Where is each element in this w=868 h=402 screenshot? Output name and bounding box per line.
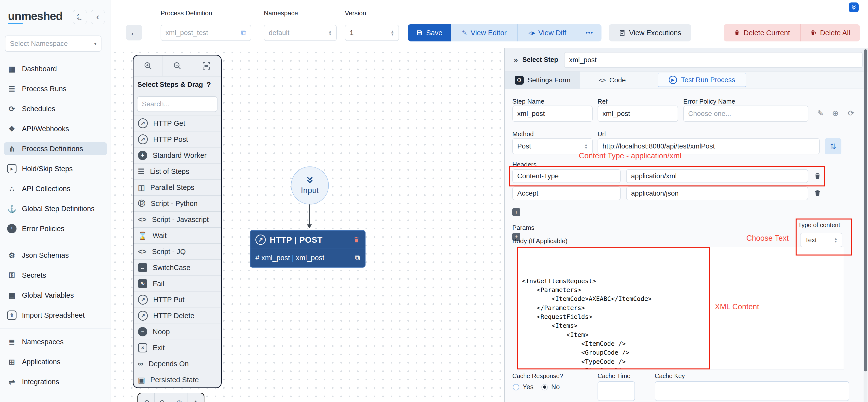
palette-step-label: HTTP Get	[153, 119, 185, 127]
palette-step-label: Script - Python	[151, 200, 197, 208]
http-post-node[interactable]: ↗ HTTP | POST # xml_post | xml_post ⧉	[250, 230, 366, 267]
sidebar-item[interactable]: ☰ Process Runs	[4, 82, 107, 95]
view-editor-button[interactable]: ✎ View Editor	[451, 24, 517, 41]
help-icon[interactable]: ?	[207, 80, 211, 89]
input-node[interactable]: Input	[291, 167, 329, 204]
version-stepper-icon[interactable]: ▲▼	[391, 30, 394, 36]
sidebar-item[interactable]: ⚙ Json Schemas	[4, 249, 107, 262]
process-definition-input[interactable]: xml_post_test ⧉	[161, 25, 251, 41]
palette-step-item[interactable]: − Noop	[133, 324, 221, 340]
params-label: Params	[512, 224, 534, 232]
delete-header-icon[interactable]	[813, 172, 822, 180]
fit-view-button[interactable]	[192, 56, 221, 76]
sidebar-item[interactable]: ⊞ Applications	[4, 355, 107, 369]
palette-step-item[interactable]: ↗ HTTP Delete	[133, 308, 221, 324]
sidebar-item[interactable]: ⇌ Integrations	[4, 375, 107, 389]
sidebar-item[interactable]: ⚿ Secrets	[4, 268, 107, 282]
palette-step-item[interactable]: ⓟ Script - Python	[133, 196, 221, 211]
save-button[interactable]: Save	[408, 24, 451, 41]
canvas-tool-button[interactable]: ◷	[171, 393, 188, 402]
cache-yes-radio[interactable]	[513, 384, 519, 391]
play-icon: ▶	[669, 76, 677, 84]
step-name-input[interactable]: xml_post	[512, 106, 593, 122]
sidebar-item[interactable]: ∴ API Collections	[4, 182, 107, 195]
version-input[interactable]: 1 ▲▼	[345, 25, 399, 41]
sidebar-item-label: Global Variables	[22, 291, 74, 299]
sidebar-item[interactable]: ⇧ Import Spreadsheet	[4, 309, 107, 322]
zoom-in-button[interactable]	[133, 56, 163, 76]
add-header-button[interactable]: +	[512, 208, 520, 216]
error-policy-select[interactable]: Choose one...	[683, 106, 808, 122]
palette-step-item[interactable]: <> Script - Javascript	[133, 211, 221, 228]
palette-step-item[interactable]: ▣ Persisted State	[133, 372, 221, 388]
canvas-tool-button[interactable]: ↷	[155, 393, 171, 402]
copy-icon[interactable]: ⧉	[241, 29, 246, 37]
ref-input[interactable]: xml_post	[597, 106, 678, 122]
dark-mode-toggle[interactable]: ☾	[73, 10, 87, 24]
tab-code[interactable]: <> Code	[580, 71, 644, 89]
tab-settings-form[interactable]: ⚙ Settings Form	[505, 71, 580, 89]
cache-key-input[interactable]	[655, 381, 849, 401]
palette-step-item[interactable]: ☰ List of Steps	[133, 164, 221, 179]
sidebar-item[interactable]: ≣ Namespaces	[4, 335, 107, 348]
palette-step-item[interactable]: ⌛ Wait	[133, 228, 221, 244]
edit-pencil-icon[interactable]: ✎	[817, 109, 824, 118]
header-key-input[interactable]: Accept	[512, 186, 621, 200]
cache-no-radio[interactable]	[541, 384, 548, 391]
canvas-tool-button[interactable]: ↶	[138, 393, 155, 402]
sidebar-item[interactable]: ⋔ Process Definitions	[4, 142, 107, 155]
palette-search-input[interactable]: Search...	[137, 96, 217, 112]
node-copy-icon[interactable]: ⧉	[355, 254, 360, 262]
palette-step-item[interactable]: ↗ HTTP Get	[133, 115, 221, 132]
header-value-input[interactable]: application/xml	[626, 169, 808, 183]
header-value-input[interactable]: application/json	[626, 186, 808, 200]
palette-step-item[interactable]: ∞ Depends On	[133, 356, 221, 372]
node-delete-icon[interactable]	[353, 236, 360, 243]
namespace-select[interactable]: Select Namespace ▾	[5, 35, 101, 52]
view-executions-button[interactable]: View Executions	[609, 24, 691, 41]
double-chevron-right-icon[interactable]: »	[514, 56, 518, 64]
type-of-content-select[interactable]: Text ▲▼	[800, 233, 842, 247]
palette-step-item[interactable]: ↔ SwitchCase	[133, 260, 221, 276]
scrollbar-thumb[interactable]	[864, 49, 867, 371]
palette-step-item[interactable]: × Exit	[133, 340, 221, 356]
reorder-button[interactable]: ⇅	[825, 138, 841, 154]
palette-step-item[interactable]: <> Script - JQ	[133, 244, 221, 260]
sidebar-item[interactable]: ! Error Policies	[4, 222, 107, 235]
palette-step-item[interactable]: ∿ Fail	[133, 276, 221, 292]
sidebar-item[interactable]: ⟳ Schedules	[4, 102, 107, 115]
cache-time-input[interactable]	[597, 381, 635, 401]
zoom-out-button[interactable]	[163, 56, 192, 76]
refresh-icon[interactable]: ⟳	[848, 109, 855, 118]
canvas-tool-button[interactable]: ⌖	[187, 393, 204, 402]
sidebar-collapse-button[interactable]: ‹	[91, 10, 105, 24]
sidebar-item[interactable]: ⚓ Global Step Definitions	[4, 202, 107, 215]
palette-step-icon: ∿	[138, 279, 147, 288]
delete-header-icon[interactable]	[813, 190, 822, 197]
back-button[interactable]: ←	[126, 25, 142, 40]
sidebar-item[interactable]: ▤ Global Variables	[4, 289, 107, 302]
extension-badge[interactable]	[849, 2, 859, 12]
palette-step-item[interactable]: ◫ Parallel Steps	[133, 179, 221, 196]
palette-step-label: Standard Worker	[153, 151, 207, 160]
add-circle-icon[interactable]: ⊕	[832, 109, 839, 118]
palette-step-item[interactable]: ↗ HTTP Put	[133, 292, 221, 308]
cache-no-label: No	[551, 383, 560, 391]
test-run-process-button[interactable]: ▶ Test Run Process	[658, 73, 746, 87]
palette-step-item[interactable]: ✦ Standard Worker	[133, 147, 221, 164]
more-actions-button[interactable]: •••	[577, 24, 601, 41]
toolbar-namespace-select[interactable]: default ▲▼	[264, 25, 337, 41]
inspector-scrollbar[interactable]	[864, 48, 868, 402]
delete-current-button[interactable]: Delete Current	[724, 24, 800, 41]
palette-step-item[interactable]: ↗ HTTP Post	[133, 132, 221, 147]
http-post-node-header: ↗ HTTP | POST	[250, 231, 365, 249]
sidebar-item[interactable]: ▦ Dashboard	[4, 62, 107, 76]
header-key-input[interactable]: Content-Type	[512, 169, 621, 183]
body-editor[interactable]: <InvGetItemsRequest> <Parameters> <ItemC…	[518, 247, 844, 369]
sidebar-item[interactable]: ❖ API/Webhooks	[4, 122, 107, 135]
sidebar-item[interactable]: ▸ Hold/Skip Steps	[4, 162, 107, 175]
select-step-input[interactable]: xml_post	[564, 52, 863, 68]
delete-all-button[interactable]: Delete All	[800, 24, 860, 41]
view-diff-button[interactable]: ◁▶ View Diff	[517, 24, 577, 41]
workflow-canvas[interactable]: Select Steps & Drag ? Search... ↗ HTTP G…	[111, 48, 504, 402]
